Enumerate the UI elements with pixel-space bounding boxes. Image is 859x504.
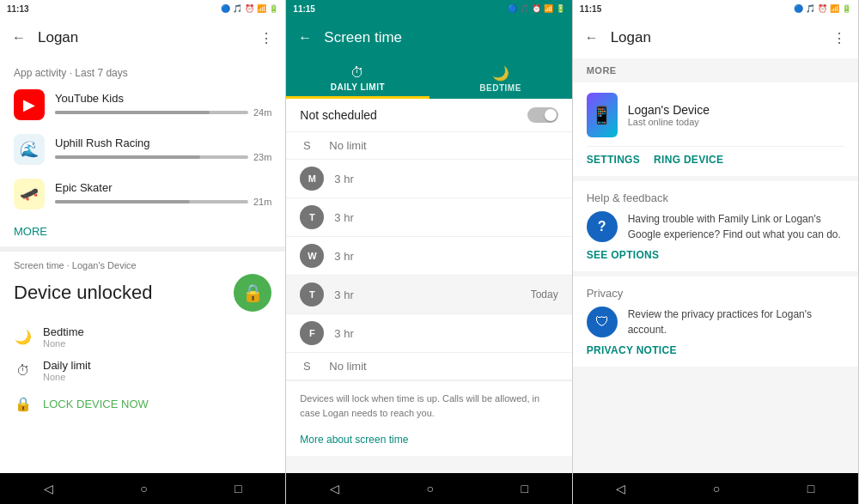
status-icons-3: 🔵🎵⏰📶🔋 <box>794 4 851 13</box>
device-phone-icon: 📱 <box>587 93 618 137</box>
status-time-3: 11:15 <box>580 4 602 14</box>
day-row-sat[interactable]: S No limit <box>286 353 571 380</box>
toolbar-title-3: Logan <box>611 29 820 46</box>
app-time-uphill: 23m <box>253 152 271 162</box>
toggle-thumb <box>545 109 557 121</box>
nav-bar-1: ◁ ○ □ <box>0 473 285 504</box>
day-row-mon[interactable]: M 3 hr <box>286 160 571 198</box>
day-limit-fri: 3 hr <box>334 327 557 340</box>
see-options-link[interactable]: SEE OPTIONS <box>587 249 844 261</box>
nav-back-2[interactable]: ◁ <box>330 482 339 495</box>
ring-device-action[interactable]: RING DEVICE <box>654 154 723 166</box>
nav-recent-1[interactable]: □ <box>235 482 241 495</box>
app-bar-row-uphill: 23m <box>55 152 271 162</box>
nav-home-2[interactable]: ○ <box>427 482 434 495</box>
activity-header: App activity · Last 7 days <box>0 58 285 82</box>
app-name-skater: Epic Skater <box>55 181 271 194</box>
nav-back-3[interactable]: ◁ <box>616 482 625 495</box>
app-info-yt: YouTube Kids 24m <box>55 92 271 118</box>
day-row-sun1[interactable]: S No limit <box>286 132 571 160</box>
day-circle-mon: M <box>300 167 324 191</box>
toolbar-2: ← Screen time <box>286 17 571 58</box>
back-button-3[interactable]: ← <box>580 26 604 50</box>
day-circle-wed: W <box>300 244 324 268</box>
bedtime-info: Bedtime None <box>43 325 84 349</box>
app-bar-uphill <box>55 155 248 159</box>
more-section-label: MORE <box>573 58 858 82</box>
day-limit-sat: No limit <box>329 360 557 373</box>
status-time-1: 11:13 <box>7 4 29 14</box>
daily-limit-row[interactable]: ⏱ Daily limit None <box>0 354 285 387</box>
bedtime-row[interactable]: 🌙 Bedtime None <box>0 320 285 354</box>
bedtime-tab-label: BEDTIME <box>479 83 521 93</box>
day-label-sun1: S <box>300 139 314 152</box>
help-row: ? Having trouble with Family Link or Log… <box>587 211 844 242</box>
toolbar-title-2: Screen time <box>324 29 564 46</box>
status-bar-2: 11:15 🔵🎵⏰📶🔋 <box>286 0 571 17</box>
menu-button-1[interactable]: ⋮ <box>254 26 278 50</box>
day-circle-tue: T <box>300 205 324 229</box>
day-row-fri[interactable]: F 3 hr <box>286 314 571 353</box>
p2-note: Devices will lock when time is up. Calls… <box>286 380 571 430</box>
lock-device-row[interactable]: 🔒 LOCK DEVICE NOW <box>0 389 285 419</box>
app-item-skater: 🛹 Epic Skater 21m <box>0 172 285 216</box>
app-time-skater: 21m <box>253 197 271 207</box>
app-icon-uphill: 🌊 <box>14 134 45 165</box>
day-row-tue[interactable]: T 3 hr <box>286 198 571 237</box>
schedule-label: Not scheduled <box>300 108 527 122</box>
device-name: Logan's Device <box>628 103 710 117</box>
day-row-thu[interactable]: T 3 hr Today <box>286 276 571 314</box>
daily-limit-tab-icon: ⏱ <box>350 65 364 81</box>
status-icons-1: 🔵🎵⏰📶🔋 <box>221 4 278 13</box>
back-button-1[interactable]: ← <box>7 26 31 50</box>
nav-back-1[interactable]: ◁ <box>44 482 53 495</box>
privacy-card: Privacy 🛡 Review the privacy practices f… <box>573 276 858 367</box>
app-icon-yt: ▶ <box>14 89 45 120</box>
device-info: Logan's Device Last online today <box>628 103 710 127</box>
day-limit-sun1: No limit <box>329 139 557 152</box>
bedtime-sub: None <box>43 338 84 349</box>
app-icon-skater: 🛹 <box>14 179 45 209</box>
app-info-skater: Epic Skater 21m <box>55 181 271 207</box>
daily-limit-info: Daily limit None <box>43 359 91 382</box>
lock-device-icon: 🔒 <box>14 396 33 412</box>
unlock-button[interactable]: 🔒 <box>234 274 271 312</box>
p1-more-button[interactable]: MORE <box>0 216 285 246</box>
privacy-section-title: Privacy <box>587 287 844 300</box>
day-row-wed[interactable]: W 3 hr <box>286 237 571 276</box>
schedule-toggle[interactable] <box>527 107 558 123</box>
back-button-2[interactable]: ← <box>293 26 317 50</box>
device-action-row: SETTINGS RING DEVICE <box>587 146 844 166</box>
device-row-3: 📱 Logan's Device Last online today <box>587 93 844 137</box>
app-name-uphill: Uphill Rush Racing <box>55 137 271 149</box>
nav-bar-3: ◁ ○ □ <box>573 473 858 504</box>
bedtime-label: Bedtime <box>43 325 84 338</box>
nav-recent-3[interactable]: □ <box>807 482 814 495</box>
privacy-row: 🛡 Review the privacy practices for Logan… <box>587 307 844 337</box>
p2-more-link[interactable]: More about screen time <box>286 430 571 456</box>
privacy-notice-link[interactable]: PRIVACY NOTICE <box>587 344 844 356</box>
help-content: Having trouble with Family Link or Logan… <box>628 211 844 242</box>
daily-limit-tab-label: DAILY LIMIT <box>331 82 385 92</box>
nav-home-3[interactable]: ○ <box>713 482 720 495</box>
status-bar-3: 11:15 🔵🎵⏰📶🔋 <box>573 0 858 17</box>
toolbar-3: ← Logan ⋮ <box>573 17 858 58</box>
settings-action[interactable]: SETTINGS <box>587 154 640 166</box>
day-circle-fri: F <box>300 321 324 345</box>
bedtime-icon: 🌙 <box>14 329 33 345</box>
help-card: Help & feedback ? Having trouble with Fa… <box>573 181 858 271</box>
app-bar-yt <box>55 111 248 114</box>
nav-recent-2[interactable]: □ <box>521 482 527 495</box>
menu-button-3[interactable]: ⋮ <box>827 26 851 50</box>
status-bar-1: 11:13 🔵🎵⏰📶🔋 <box>0 0 285 17</box>
panel-2: 11:15 🔵🎵⏰📶🔋 ← Screen time ⏱ DAILY LIMIT … <box>286 0 572 504</box>
app-name-yt: YouTube Kids <box>55 92 271 105</box>
status-icons-2: 🔵🎵⏰📶🔋 <box>508 4 565 13</box>
bedtime-tab-icon: 🌙 <box>492 65 509 82</box>
day-limit-mon: 3 hr <box>334 173 557 185</box>
tab-bedtime[interactable]: 🌙 BEDTIME <box>430 58 572 99</box>
nav-home-1[interactable]: ○ <box>140 482 147 495</box>
day-circle-thu: T <box>300 282 324 307</box>
tab-daily-limit[interactable]: ⏱ DAILY LIMIT <box>286 58 429 99</box>
lock-device-label: LOCK DEVICE NOW <box>43 398 149 410</box>
